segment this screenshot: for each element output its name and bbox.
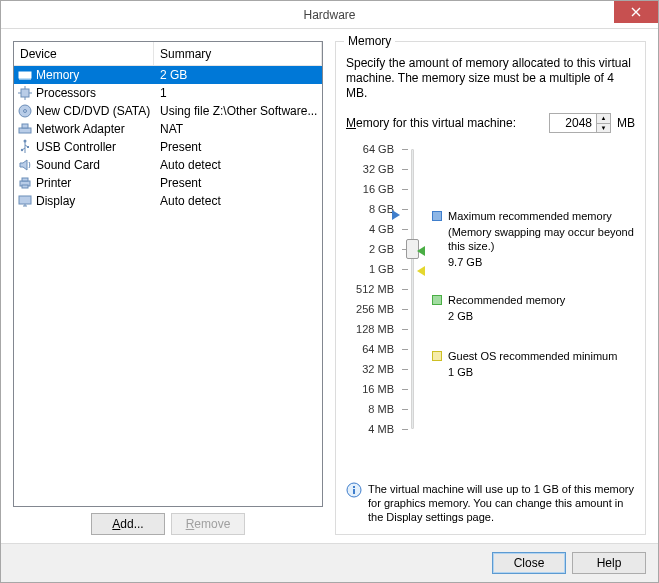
device-row-net[interactable]: Network Adapter NAT — [14, 120, 322, 138]
cpu-icon — [17, 85, 33, 101]
groupbox-title: Memory — [344, 34, 395, 48]
add-button[interactable]: Add... — [91, 513, 165, 535]
content-area: Device Summary Memory 2 GB Processors 1 … — [1, 29, 658, 543]
legend-value: 9.7 GB — [448, 255, 635, 269]
device-name: Memory — [36, 68, 79, 82]
cd-icon — [17, 103, 33, 119]
legend-title: Maximum recommended memory — [448, 209, 635, 223]
swatch-yellow-icon — [432, 351, 442, 361]
legend-guest: Guest OS recommended minimum 1 GB — [432, 349, 617, 379]
memory-input[interactable] — [550, 114, 596, 132]
header-summary[interactable]: Summary — [154, 42, 322, 65]
device-panel: Device Summary Memory 2 GB Processors 1 … — [13, 41, 323, 535]
marker-guest — [417, 266, 425, 276]
legend-value: 1 GB — [448, 365, 617, 379]
swatch-blue-icon — [432, 211, 442, 221]
device-name: Printer — [36, 176, 71, 190]
svg-rect-7 — [27, 146, 29, 148]
tick-label: 512 MB — [356, 283, 394, 295]
tick-label: 256 MB — [356, 303, 394, 315]
svg-rect-1 — [21, 89, 29, 97]
tick-label: 16 GB — [363, 183, 394, 195]
svg-rect-11 — [22, 185, 28, 188]
device-summary: Auto detect — [154, 158, 322, 172]
svg-rect-12 — [19, 196, 31, 204]
legend-title: Recommended memory — [448, 293, 565, 307]
marker-max — [392, 210, 400, 220]
memory-description: Specify the amount of memory allocated t… — [346, 56, 635, 101]
tick-label: 2 GB — [369, 243, 394, 255]
memory-slider[interactable] — [402, 149, 424, 429]
device-name: Sound Card — [36, 158, 100, 172]
device-summary: 1 — [154, 86, 322, 100]
spin-down-icon[interactable]: ▼ — [597, 124, 610, 133]
svg-rect-4 — [19, 128, 31, 133]
device-summary: Present — [154, 140, 322, 154]
info-text: The virtual machine will use up to 1 GB … — [368, 482, 635, 524]
legend-subtitle: (Memory swapping may occur beyond this s… — [448, 225, 635, 253]
device-summary: Present — [154, 176, 322, 190]
svg-point-2 — [19, 105, 31, 117]
tick-label: 64 MB — [362, 343, 394, 355]
tick-label: 64 GB — [363, 143, 394, 155]
dialog-button-bar: Close Help — [1, 543, 658, 582]
device-list-header: Device Summary — [14, 42, 322, 66]
help-button[interactable]: Help — [572, 552, 646, 574]
device-row-memory[interactable]: Memory 2 GB — [14, 66, 322, 84]
device-summary: Auto detect — [154, 194, 322, 208]
device-row-usb[interactable]: USB Controller Present — [14, 138, 322, 156]
close-icon[interactable] — [614, 1, 658, 23]
memory-legend: Maximum recommended memory (Memory swapp… — [432, 149, 635, 429]
memory-unit: MB — [617, 116, 635, 130]
header-device[interactable]: Device — [14, 42, 154, 65]
svg-rect-10 — [22, 178, 28, 181]
legend-rec: Recommended memory 2 GB — [432, 293, 565, 323]
net-icon — [17, 121, 33, 137]
tick-label: 128 MB — [356, 323, 394, 335]
device-row-sound[interactable]: Sound Card Auto detect — [14, 156, 322, 174]
device-name: USB Controller — [36, 140, 116, 154]
device-row-display[interactable]: Display Auto detect — [14, 192, 322, 210]
usb-icon — [17, 139, 33, 155]
settings-panel: Memory Specify the amount of memory allo… — [335, 41, 646, 535]
memory-spinner[interactable]: ▲ ▼ — [549, 113, 611, 133]
device-summary: NAT — [154, 122, 322, 136]
device-name: Display — [36, 194, 75, 208]
device-row-cpu[interactable]: Processors 1 — [14, 84, 322, 102]
memory-groupbox: Memory Specify the amount of memory allo… — [335, 41, 646, 535]
device-name: New CD/DVD (SATA) — [36, 104, 150, 118]
legend-max: Maximum recommended memory (Memory swapp… — [432, 209, 635, 269]
svg-point-6 — [24, 140, 27, 143]
spin-up-icon[interactable]: ▲ — [597, 114, 610, 124]
tick-label: 4 GB — [369, 223, 394, 235]
slider-tick-labels: 64 GB32 GB16 GB8 GB4 GB2 GB1 GB512 MB256… — [346, 149, 394, 429]
info-icon — [346, 482, 362, 498]
memory-icon — [17, 67, 33, 83]
tick-label: 8 GB — [369, 203, 394, 215]
tick-label: 8 MB — [368, 403, 394, 415]
marker-rec — [417, 246, 425, 256]
svg-rect-0 — [19, 72, 31, 78]
device-name: Network Adapter — [36, 122, 125, 136]
hardware-dialog: Hardware Device Summary Memory 2 GB Proc… — [0, 0, 659, 583]
device-row-printer[interactable]: Printer Present — [14, 174, 322, 192]
device-summary: 2 GB — [154, 68, 322, 82]
device-list: Memory 2 GB Processors 1 New CD/DVD (SAT… — [14, 66, 322, 506]
swatch-green-icon — [432, 295, 442, 305]
device-row-cd[interactable]: New CD/DVD (SATA) Using file Z:\Other So… — [14, 102, 322, 120]
svg-rect-14 — [353, 489, 355, 494]
display-icon — [17, 193, 33, 209]
printer-icon — [17, 175, 33, 191]
legend-value: 2 GB — [448, 309, 565, 323]
memory-input-label: Memory for this virtual machine: — [346, 116, 543, 130]
close-button[interactable]: Close — [492, 552, 566, 574]
remove-button: Remove — [171, 513, 245, 535]
tick-label: 16 MB — [362, 383, 394, 395]
device-list-box: Device Summary Memory 2 GB Processors 1 … — [13, 41, 323, 507]
tick-label: 4 MB — [368, 423, 394, 435]
window-title: Hardware — [303, 8, 355, 22]
svg-point-8 — [21, 149, 23, 151]
tick-label: 32 GB — [363, 163, 394, 175]
tick-label: 32 MB — [362, 363, 394, 375]
svg-rect-5 — [22, 124, 28, 128]
